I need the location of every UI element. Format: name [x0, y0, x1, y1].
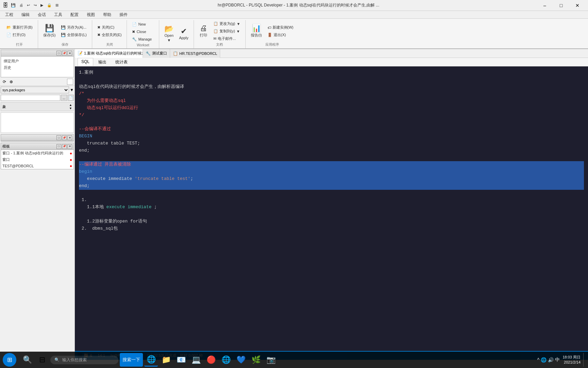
ribbon-tab-session[interactable]: 会话	[34, 11, 50, 18]
taskbar-camera-icon[interactable]: 📷	[264, 353, 278, 367]
tray-sound-icon[interactable]: 🔊	[548, 357, 554, 363]
search-button[interactable]: ...	[61, 95, 67, 101]
taskbar-searchbtn[interactable]: 搜索一下	[120, 353, 143, 367]
code-line-3: 动态sql在代码块运行的时候才会产生，由解析器编译	[79, 83, 584, 91]
editor-tab-sql[interactable]: SQL	[78, 58, 93, 66]
object-search-input[interactable]	[1, 95, 60, 101]
taskbar-time[interactable]: 18:03 周日 2021/2/14	[562, 355, 581, 365]
template-item-2[interactable]: 窗口 ●	[1, 156, 74, 163]
tool-icon-2[interactable]: ⊕	[8, 79, 14, 85]
new-instance-button[interactable]: 🏷 新建实例(W)	[265, 24, 296, 31]
ribbon-tab-tools[interactable]: 工具	[50, 11, 66, 18]
close-workset-button[interactable]: ✖ Close	[130, 28, 154, 35]
new-button[interactable]: 📄 New	[130, 21, 154, 28]
report-button[interactable]: 📊 报告(I)	[248, 21, 264, 42]
print-button[interactable]: 🖨 打印	[197, 21, 210, 42]
templates-min[interactable]: □	[56, 144, 61, 149]
taskbar-chrome-icon[interactable]: 🌐	[219, 353, 233, 367]
start-button[interactable]: ⊞	[3, 353, 16, 367]
taskbar-ie-icon[interactable]: 🌐	[144, 353, 158, 367]
taskbar-app2-icon[interactable]: 🔴	[204, 353, 218, 367]
code-editor[interactable]: 1.案例 动态sql在代码块运行的时候才会产生，由解析器编译 /* 为什么需要动…	[75, 66, 588, 351]
editor-tabs: SQL 输出 统计表	[75, 58, 588, 66]
tab-sql-editor[interactable]: 📝 1.案例 动态sql在代码块运行的时候才会产生,由解 ... ✕	[75, 49, 143, 58]
schema-select[interactable]: sys.packages	[1, 87, 69, 93]
debug-icon[interactable]: 🔒	[47, 3, 52, 7]
ribbon-tab-view[interactable]: 视图	[83, 11, 99, 18]
apply-icon: ✔	[181, 28, 187, 35]
user-panel-min[interactable]: □	[56, 51, 61, 56]
tray-network-icon[interactable]: 🌐	[541, 357, 546, 363]
tray-expand-icon[interactable]: ^	[537, 357, 540, 363]
user-panel-close[interactable]: ✕	[67, 51, 72, 56]
apply-button[interactable]: ✔ Apply	[177, 24, 191, 44]
template-item-3[interactable]: TEST@PDBORCL ●	[1, 163, 74, 169]
open-large-button[interactable]: 📂 Open ▼	[162, 24, 176, 44]
lower-panel-1-close[interactable]: ✕	[67, 135, 72, 140]
search-magnifier-icon: 🔍	[54, 357, 60, 362]
sidebar-item-history[interactable]: 历史	[2, 64, 72, 71]
open-button[interactable]: 📄 打开(O)	[4, 32, 35, 39]
taskbar-mail-icon[interactable]: 📧	[174, 353, 188, 367]
taskbar-taskview-icon[interactable]: ⊟	[35, 353, 49, 367]
ribbon-tab-plugin[interactable]: 插件	[116, 11, 131, 18]
closeall-button[interactable]: ✖ 全部关闭(E)	[95, 32, 124, 39]
ribbon-tab-edit[interactable]: 编辑	[18, 11, 33, 18]
code-line-11: truncate table TEST;	[79, 140, 584, 147]
open-group-label: 打开	[16, 42, 23, 48]
taskbar-app1-icon[interactable]: 💻	[189, 353, 203, 367]
taskbar-app3-icon[interactable]: 🌿	[249, 353, 263, 367]
ribbon-tab-config[interactable]: 配置	[67, 11, 82, 18]
show-desktop-button[interactable]	[583, 353, 585, 367]
email-button[interactable]: ✉ 电子邮件...	[211, 35, 243, 42]
close-button[interactable]: ✕	[570, 1, 585, 10]
copyto-button[interactable]: 📋 复制到(y) ▼	[211, 28, 243, 35]
redo-icon[interactable]: ↪	[34, 3, 37, 7]
ribbon-tab-help[interactable]: 帮助	[99, 11, 115, 18]
copyto-icon: 📋	[213, 29, 218, 33]
maximize-button[interactable]: □	[553, 1, 569, 10]
ribbon-tab-project[interactable]: 工程	[1, 11, 17, 18]
save-group-label: 保存	[62, 42, 68, 48]
grid-icon[interactable]: ⊞	[55, 3, 59, 7]
tool-icon-1[interactable]: ⟳	[1, 79, 7, 85]
editor-tab-stats[interactable]: 统计表	[112, 58, 131, 66]
new-object-button[interactable]: 📄	[68, 95, 74, 101]
lower-panel-1-min[interactable]: □	[56, 135, 61, 140]
minimize-button[interactable]: –	[537, 1, 553, 10]
sidebar-item-binduser[interactable]: 绑定用户	[2, 58, 72, 64]
ribbon-group-app: 📊 报告(I) 🏷 新建实例(W) 🚪 退出(X) 应用程序	[246, 20, 298, 48]
editor-tab-output[interactable]: 输出	[95, 58, 110, 66]
lower-panel-1-pin[interactable]: 📌	[62, 135, 67, 140]
taskbar-search-icon[interactable]: 🔍	[20, 353, 34, 367]
scroll-down-icon[interactable]: ▼	[69, 107, 72, 110]
taskbar-vscode-icon[interactable]: 💙	[234, 353, 248, 367]
undo-icon[interactable]: ↩	[27, 3, 30, 7]
run-icon[interactable]: ▶	[40, 3, 43, 7]
tray-ime-icon[interactable]: 中	[555, 357, 560, 363]
user-panel-pin[interactable]: 📌	[62, 51, 67, 56]
manage-button[interactable]: 🔧 Manage	[130, 36, 154, 43]
saveall-button[interactable]: 💾 全部保存(L)	[59, 32, 89, 39]
new-icon: 📄	[132, 22, 137, 27]
template-item-1[interactable]: 窗口 - 1.案例 动态sql在代码块运行的 ●	[1, 150, 74, 156]
object-toggle[interactable]	[67, 79, 73, 85]
changeto-button[interactable]: 📋 更改为(g) ▼	[211, 20, 243, 27]
scroll-up-icon[interactable]: ▲	[69, 103, 72, 107]
open-file-icon: 📄	[6, 33, 11, 37]
taskbar-folder-icon[interactable]: 📁	[159, 353, 173, 367]
save-button[interactable]: 💾 保存(S)	[41, 21, 58, 42]
close-file-button[interactable]: ✖ 关闭(C)	[95, 24, 124, 31]
reopen-button[interactable]: 📂 重新打开(B)	[4, 24, 35, 31]
toolbar-icon-2[interactable]: 🖨	[19, 3, 23, 7]
tab-test-window[interactable]: 🔧 测试窗口	[143, 49, 170, 58]
tab-hrtest[interactable]: 📋 HR.TEST@PDBORCL	[170, 49, 220, 58]
taskbar-search-box[interactable]: 🔍 输入你想搜索	[50, 356, 118, 364]
code-line-8	[79, 119, 584, 126]
toolbar-icon-1[interactable]: 💾	[11, 3, 16, 7]
saveas-button[interactable]: 💾 另存为(A)...	[59, 24, 89, 31]
app-icon: 🗄	[3, 2, 8, 9]
templates-pin[interactable]: 📌	[62, 144, 67, 149]
exit-button[interactable]: 🚪 退出(X)	[265, 32, 296, 39]
templates-close[interactable]: ✕	[67, 144, 72, 149]
